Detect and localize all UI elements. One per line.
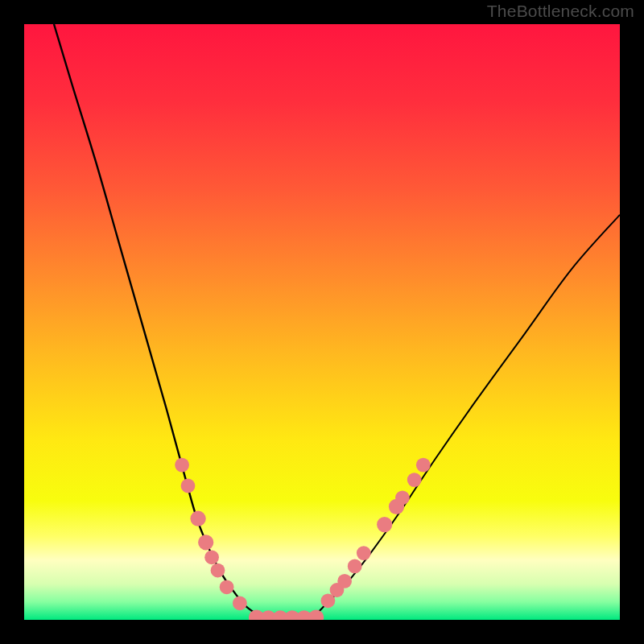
right-branch-curve bbox=[304, 215, 620, 620]
data-markers bbox=[175, 458, 430, 620]
marker-left bbox=[211, 564, 225, 578]
marker-left bbox=[233, 596, 247, 610]
marker-left bbox=[175, 458, 189, 473]
marker-right bbox=[416, 458, 431, 473]
marker-bottom bbox=[308, 609, 324, 620]
marker-left bbox=[204, 550, 219, 564]
marker-left bbox=[220, 580, 234, 594]
marker-left bbox=[198, 535, 213, 550]
chart-frame: TheBottleneck.com bbox=[0, 0, 644, 644]
marker-left bbox=[190, 511, 205, 526]
plot-area bbox=[24, 24, 620, 620]
watermark-text: TheBottleneck.com bbox=[487, 2, 634, 21]
left-branch-curve bbox=[54, 24, 268, 620]
marker-right bbox=[337, 574, 352, 588]
marker-left bbox=[181, 479, 196, 493]
marker-right bbox=[395, 490, 410, 505]
marker-right bbox=[348, 559, 362, 574]
marker-right bbox=[377, 517, 392, 532]
marker-right bbox=[407, 473, 422, 487]
curve-layer bbox=[24, 24, 620, 620]
marker-right bbox=[357, 546, 371, 560]
